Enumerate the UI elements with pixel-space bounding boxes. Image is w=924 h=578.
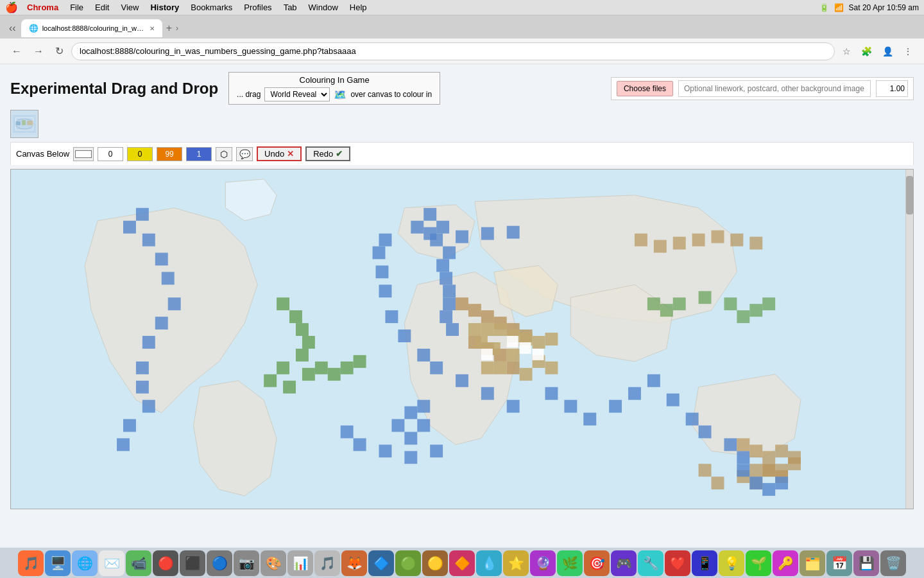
tab-close[interactable]: ✕ bbox=[150, 25, 155, 32]
dock-item-safari[interactable]: 🌐 bbox=[72, 550, 98, 576]
num-input-3[interactable] bbox=[157, 147, 182, 161]
dock-item-5[interactable]: 🎨 bbox=[261, 550, 286, 576]
mode-select[interactable]: World Reveal Normal Pixel bbox=[264, 87, 330, 101]
icon-btn-2[interactable]: 💬 bbox=[236, 147, 253, 161]
dock-item-music[interactable]: 🎵 bbox=[18, 550, 44, 576]
redo-button[interactable]: Redo ✔ bbox=[305, 146, 350, 161]
reload-button[interactable]: ↻ bbox=[51, 42, 67, 60]
svg-rect-25 bbox=[417, 349, 430, 362]
menu-dots-button[interactable]: ⋮ bbox=[900, 44, 916, 59]
extension-button[interactable]: 🧩 bbox=[857, 44, 876, 59]
svg-point-1 bbox=[15, 119, 33, 129]
dock-item-22[interactable]: 💡 bbox=[719, 550, 744, 576]
num-input-4[interactable] bbox=[186, 147, 212, 161]
dock-trash[interactable]: 🗑️ bbox=[880, 550, 906, 576]
menu-bar: 🍎 Chroma File Edit View History Bookmark… bbox=[0, 0, 924, 15]
svg-rect-123 bbox=[404, 432, 417, 444]
svg-rect-103 bbox=[494, 323, 507, 336]
apple-menu[interactable]: 🍎 bbox=[5, 1, 18, 13]
color-picker-white[interactable] bbox=[73, 147, 94, 161]
menu-help[interactable]: Help bbox=[345, 1, 372, 13]
dock-item-27[interactable]: 💾 bbox=[853, 550, 879, 576]
dock-item-11[interactable]: 🟡 bbox=[422, 550, 448, 576]
tab-scroll-right[interactable]: › bbox=[176, 24, 178, 33]
menu-history[interactable]: History bbox=[145, 1, 184, 13]
dock-item-facetime[interactable]: 📹 bbox=[126, 550, 151, 576]
colouring-game-panel: Colouring In Game ... drag World Reveal … bbox=[228, 72, 440, 105]
dock-item-8[interactable]: 🦊 bbox=[341, 550, 367, 576]
dock-item-finder[interactable]: 🖥️ bbox=[45, 550, 71, 576]
svg-rect-67 bbox=[730, 234, 743, 247]
dock-item-19[interactable]: 🔧 bbox=[638, 550, 663, 576]
dock-item-3[interactable]: 🔵 bbox=[207, 550, 232, 576]
svg-rect-9 bbox=[155, 253, 168, 266]
menu-profiles[interactable]: Profiles bbox=[239, 1, 277, 13]
svg-rect-89 bbox=[660, 304, 673, 317]
svg-rect-119 bbox=[533, 349, 544, 360]
bookmark-button[interactable]: ☆ bbox=[839, 44, 855, 59]
tab-scroll-left[interactable]: ‹‹ bbox=[5, 19, 20, 37]
dock-item-7[interactable]: 🎵 bbox=[314, 550, 340, 576]
title-area: Experimental Drag and Drop Colouring In … bbox=[10, 72, 914, 105]
svg-rect-10 bbox=[162, 272, 175, 285]
dock-item-10[interactable]: 🟢 bbox=[395, 550, 421, 576]
dock-item-24[interactable]: 🔑 bbox=[773, 550, 798, 576]
menu-window[interactable]: Window bbox=[304, 1, 343, 13]
redo-label: Redo bbox=[313, 149, 333, 159]
dock-item-16[interactable]: 🌿 bbox=[557, 550, 583, 576]
dock-item-14[interactable]: ⭐ bbox=[503, 550, 529, 576]
dock-item-1[interactable]: 🔴 bbox=[153, 550, 178, 576]
menu-tab[interactable]: Tab bbox=[278, 1, 302, 13]
num-input-1[interactable] bbox=[98, 147, 123, 161]
dock-item-13[interactable]: 💧 bbox=[476, 550, 502, 576]
bg-url-input[interactable] bbox=[678, 80, 871, 97]
menu-file[interactable]: File bbox=[65, 1, 89, 13]
svg-rect-0 bbox=[13, 115, 36, 133]
dock-item-17[interactable]: 🎯 bbox=[584, 550, 610, 576]
thumbnail-item[interactable] bbox=[10, 110, 38, 138]
dock-item-4[interactable]: 📷 bbox=[234, 550, 259, 576]
tab-favicon: 🌐 bbox=[29, 24, 38, 33]
menu-app[interactable]: Chroma bbox=[22, 1, 64, 13]
dock-item-15[interactable]: 🔮 bbox=[530, 550, 556, 576]
map-canvas-container[interactable]: I bbox=[10, 169, 914, 509]
undo-button[interactable]: Undo ✕ bbox=[257, 146, 302, 161]
svg-rect-49 bbox=[443, 297, 456, 310]
account-button[interactable]: 👤 bbox=[878, 44, 897, 59]
icon-btn-1[interactable]: ⬡ bbox=[216, 147, 232, 161]
svg-rect-62 bbox=[635, 234, 647, 247]
choose-files-button[interactable]: Choose files bbox=[617, 81, 673, 96]
dock-item-18[interactable]: 🎮 bbox=[611, 550, 637, 576]
dock-item-21[interactable]: 📱 bbox=[692, 550, 717, 576]
colouring-game-row: ... drag World Reveal Normal Pixel 🗺️ ov… bbox=[237, 87, 432, 101]
back-button[interactable]: ← bbox=[8, 43, 26, 60]
dock-item-26[interactable]: 📅 bbox=[826, 550, 852, 576]
tab-active[interactable]: 🌐 localhost:8888/colouring_in_was_num...… bbox=[21, 19, 162, 37]
svg-rect-33 bbox=[609, 400, 622, 413]
new-tab-button[interactable]: + bbox=[164, 22, 175, 34]
url-bar[interactable] bbox=[71, 42, 835, 60]
svg-rect-82 bbox=[283, 381, 296, 394]
dock-item-9[interactable]: 🔷 bbox=[368, 550, 394, 576]
map-scrollbar[interactable] bbox=[905, 170, 913, 509]
opacity-input[interactable] bbox=[876, 80, 908, 97]
thumbnail-preview bbox=[13, 115, 36, 133]
dock-item-20[interactable]: ❤️ bbox=[665, 550, 690, 576]
num-input-2[interactable] bbox=[127, 147, 153, 161]
svg-rect-88 bbox=[647, 297, 660, 310]
svg-rect-29 bbox=[507, 400, 520, 413]
map-scrollbar-thumb[interactable] bbox=[906, 176, 913, 215]
dock-item-2[interactable]: ⬛ bbox=[180, 550, 205, 576]
forward-button[interactable]: → bbox=[30, 43, 47, 60]
dock-item-12[interactable]: 🔶 bbox=[449, 550, 475, 576]
dock-item-mail[interactable]: ✉️ bbox=[99, 550, 124, 576]
menu-bookmarks[interactable]: Bookmarks bbox=[185, 1, 237, 13]
dock-item-23[interactable]: 🌱 bbox=[746, 550, 771, 576]
menu-edit[interactable]: Edit bbox=[90, 1, 114, 13]
svg-rect-80 bbox=[277, 362, 289, 374]
menu-view[interactable]: View bbox=[116, 1, 144, 13]
dock-item-25[interactable]: 🗂️ bbox=[800, 550, 825, 576]
svg-rect-37 bbox=[686, 413, 699, 426]
svg-rect-138 bbox=[411, 221, 424, 234]
dock-item-6[interactable]: 📊 bbox=[287, 550, 313, 576]
